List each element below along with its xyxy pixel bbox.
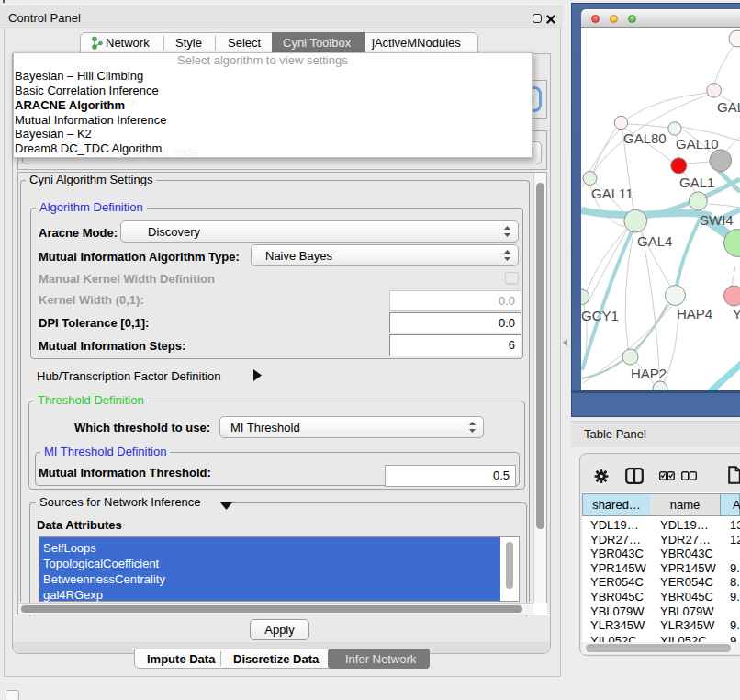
svg-text:GCY1: GCY1 (581, 308, 619, 323)
svg-text:HAP2: HAP2 (631, 366, 667, 381)
svg-text:HAP4: HAP4 (677, 306, 712, 322)
svg-text:GAL11: GAL11 (591, 186, 633, 201)
svg-text:YJ: YJ (733, 306, 740, 322)
svg-text:GAL80: GAL80 (623, 130, 667, 146)
svg-text:GAL10: GAL10 (676, 136, 719, 152)
svg-text:GAL1: GAL1 (679, 175, 714, 190)
svg-text:GAL4: GAL4 (637, 233, 672, 249)
svg-text:GAL7: GAL7 (717, 99, 740, 115)
svg-text:SWI4: SWI4 (700, 212, 734, 228)
